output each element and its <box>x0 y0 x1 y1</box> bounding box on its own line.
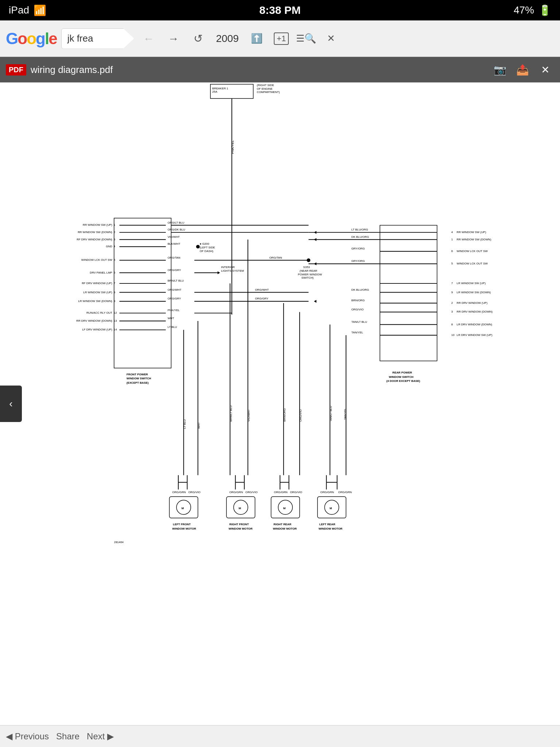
svg-text:ORG/GRN: ORG/GRN <box>274 491 288 494</box>
svg-text:PNK/YEL: PNK/YEL <box>168 309 180 312</box>
svg-text:S353: S353 <box>303 266 310 269</box>
svg-text:ORG/TAN: ORG/TAN <box>269 256 282 259</box>
svg-text:WINDOW MOTOR: WINDOW MOTOR <box>172 527 196 530</box>
pdf-toolbar: PDF wiring diagrams.pdf 📷 📤 ✕ <box>0 57 560 82</box>
svg-text:281464: 281464 <box>114 541 124 544</box>
svg-text:ORG/DK BLU: ORG/DK BLU <box>168 228 186 231</box>
svg-text:7: 7 <box>451 282 453 285</box>
svg-text:LT BLU: LT BLU <box>168 325 177 329</box>
status-right: 47% 🔋 <box>514 4 551 16</box>
svg-text:LR WINDOW SW (UP): LR WINDOW SW (UP) <box>457 282 486 285</box>
back-button[interactable]: ← <box>139 28 159 49</box>
page-number: 2009 <box>213 33 242 44</box>
svg-text:LR WINDOW SW (UP): LR WINDOW SW (UP) <box>83 291 112 294</box>
svg-text:LT BLU/ORG: LT BLU/ORG <box>351 228 368 231</box>
svg-text:ORG/LT BLU: ORG/LT BLU <box>168 221 184 224</box>
share-button[interactable]: ⬆️ <box>246 28 267 49</box>
svg-text:BRN/LT BLU: BRN/LT BLU <box>229 405 233 422</box>
svg-text:25A: 25A <box>212 90 218 93</box>
device-label: iPad <box>9 4 29 16</box>
svg-text:(RIGHT SIDE: (RIGHT SIDE <box>257 84 274 87</box>
svg-text:7: 7 <box>114 282 115 285</box>
reload-button[interactable]: ↺ <box>188 28 209 49</box>
svg-text:6: 6 <box>451 249 453 253</box>
svg-text:ORG/VIO: ORG/VIO <box>351 308 364 311</box>
svg-text:RIGHT FRONT: RIGHT FRONT <box>229 523 249 526</box>
svg-text:4: 4 <box>114 245 116 248</box>
close-tab-button[interactable]: ✕ <box>321 28 341 49</box>
close-pdf-button[interactable]: ✕ <box>536 61 554 79</box>
battery-percent: 47% <box>514 4 534 16</box>
svg-text:BRN/LT BLU: BRN/LT BLU <box>168 279 184 282</box>
svg-text:LEFT FRONT: LEFT FRONT <box>173 523 191 526</box>
svg-text:LR WINDOW SW (DOWN): LR WINDOW SW (DOWN) <box>78 299 112 303</box>
plus1-button[interactable]: +1 <box>271 28 292 49</box>
url-text: jk frea <box>67 33 93 44</box>
svg-text:GND: GND <box>106 245 113 248</box>
svg-text:ORG/VIO: ORG/VIO <box>290 491 302 494</box>
bottom-text: ◀ Previous Share Next ▶ <box>6 731 114 742</box>
svg-text:TAN/YEL: TAN/YEL <box>351 331 363 334</box>
svg-text:LIGHTS SYSTEM: LIGHTS SYSTEM <box>221 269 244 272</box>
svg-text:WINDOW LCK OUT SW: WINDOW LCK OUT SW <box>457 262 488 265</box>
svg-text:1: 1 <box>451 238 453 241</box>
svg-text:ORG/WHT: ORG/WHT <box>255 288 269 291</box>
svg-text:BLK/WHT: BLK/WHT <box>168 242 180 245</box>
svg-text:WINDOW LCK OUT SW: WINDOW LCK OUT SW <box>81 258 113 262</box>
bottom-bar: ◀ Previous Share Next ▶ <box>0 725 560 747</box>
svg-text:ORG/GRN: ORG/GRN <box>172 491 186 494</box>
svg-text:3: 3 <box>451 310 453 313</box>
svg-text:DK BLU/ORG: DK BLU/ORG <box>351 235 369 239</box>
svg-text:VIO/WHT: VIO/WHT <box>168 235 180 239</box>
browser-chrome: Google jk frea ← → ↺ 2009 ⬆️ +1 ☰🔍 ✕ <box>0 20 560 57</box>
svg-text:ORG/VIO: ORG/VIO <box>245 491 258 494</box>
svg-text:GRY/ORG: GRY/ORG <box>351 247 365 250</box>
svg-text:RIGHT REAR: RIGHT REAR <box>273 523 291 526</box>
svg-rect-83 <box>380 225 437 361</box>
url-bar[interactable]: jk frea <box>61 28 134 49</box>
svg-text:POWER WINDOW: POWER WINDOW <box>298 273 322 276</box>
svg-text:ORG/GRN: ORG/GRN <box>229 491 243 494</box>
sidebar-toggle[interactable]: ‹ <box>0 386 22 422</box>
svg-text:RR DRV WINDOW (DOWN): RR DRV WINDOW (DOWN) <box>76 319 112 322</box>
svg-text:VIO/WHT: VIO/WHT <box>247 409 250 422</box>
svg-text:WINDOW MOTOR: WINDOW MOTOR <box>319 527 343 530</box>
camera-action[interactable]: 📷 <box>491 61 509 79</box>
svg-text:5: 5 <box>451 262 453 265</box>
svg-text:14: 14 <box>114 328 117 331</box>
svg-text:12: 12 <box>114 311 117 314</box>
status-bar: iPad 📶 8:38 PM 47% 🔋 <box>0 0 560 20</box>
svg-text:10: 10 <box>451 333 455 337</box>
svg-text:8: 8 <box>114 291 116 294</box>
svg-text:(NEAR REAR: (NEAR REAR <box>300 269 318 272</box>
svg-text:RR DRV WINDOW (DOWN): RR DRV WINDOW (DOWN) <box>457 310 493 313</box>
reader-button[interactable]: ☰🔍 <box>296 28 316 49</box>
svg-text:● G200: ● G200 <box>200 242 210 245</box>
bookmark-action[interactable]: 📤 <box>513 61 532 79</box>
diagram-area: .diag-text { font-family: Arial, sans-se… <box>0 82 560 725</box>
svg-text:5: 5 <box>114 258 116 262</box>
pdf-icon: PDF <box>6 64 26 76</box>
google-logo: Google <box>6 30 57 48</box>
svg-text:M: M <box>182 507 184 510</box>
svg-text:ORG/GRY: ORG/GRY <box>168 297 182 300</box>
svg-text:TAN/YEL: TAN/YEL <box>343 408 347 420</box>
svg-text:WHT: WHT <box>197 422 201 429</box>
svg-text:SWITCH): SWITCH) <box>302 276 314 279</box>
svg-text:8: 8 <box>451 323 453 326</box>
svg-text:9: 9 <box>451 291 453 294</box>
svg-text:RF DRV WINDOW (UP): RF DRV WINDOW (UP) <box>82 282 112 285</box>
svg-text:LR DRV WINDOW (DOWN): LR DRV WINDOW (DOWN) <box>457 323 493 326</box>
svg-text:BRN/ORG: BRN/ORG <box>351 299 365 302</box>
svg-text:3: 3 <box>114 238 116 241</box>
battery-icon: 🔋 <box>538 4 551 16</box>
svg-text:1: 1 <box>114 224 115 227</box>
svg-text:ORG/GRY: ORG/GRY <box>168 268 182 272</box>
forward-button[interactable]: → <box>163 28 184 49</box>
svg-text:PNK/YEL: PNK/YEL <box>231 140 234 154</box>
svg-text:M: M <box>283 507 286 510</box>
svg-text:M: M <box>330 507 332 510</box>
wifi-icon: 📶 <box>34 4 46 16</box>
svg-text:(EXCEPT BASE): (EXCEPT BASE) <box>127 381 149 384</box>
svg-text:4: 4 <box>451 231 453 234</box>
